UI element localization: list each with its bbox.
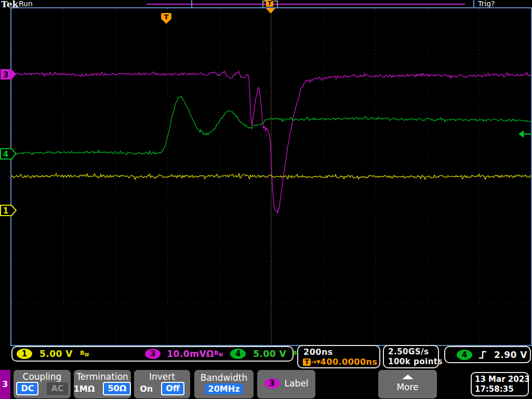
- bandwidth-button[interactable]: Bandwidth 20MHz: [194, 370, 254, 398]
- trigger-source-badge: 4: [457, 350, 472, 360]
- invert-title: Invert: [149, 371, 175, 382]
- acquisition-readout-box: 2.50GS/s 100k points: [383, 345, 439, 368]
- record-view-right-border: [473, 0, 474, 8]
- label-title: Label: [285, 378, 309, 389]
- label-channel-badge: 3: [264, 378, 280, 389]
- sample-rate: 2.50GS/s: [384, 346, 438, 356]
- channel-3-badge: 3: [145, 349, 161, 359]
- channel-readouts-box: 1 5.00 V BW 3 10.0mVΩ BW 4 5.00 V BW: [11, 346, 294, 362]
- trigger-level: 2.90 V: [494, 350, 527, 360]
- label-button[interactable]: 3 Label: [257, 370, 315, 398]
- more-button[interactable]: More: [378, 370, 437, 398]
- invert-on-option[interactable]: On: [140, 384, 153, 394]
- trigger-reference-t-icon[interactable]: T: [161, 12, 172, 25]
- trigger-position-marker-icon[interactable]: [266, 8, 275, 14]
- trigger-delay: 400.0000ns: [321, 357, 378, 367]
- record-view-trigger-t-icon[interactable]: T: [266, 1, 273, 7]
- channel-1-badge: 1: [17, 349, 32, 359]
- termination-button[interactable]: Termination 1MΩ 50Ω: [74, 370, 131, 398]
- trigger-status: Trig?: [478, 0, 495, 8]
- more-title: More: [396, 382, 418, 392]
- termination-title: Termination: [76, 371, 128, 382]
- bandwidth-title: Bandwidth: [201, 373, 248, 383]
- svg-text:4: 4: [3, 150, 8, 159]
- channel-1-bandwidth-limit-icon: BW: [80, 350, 89, 357]
- invert-button[interactable]: Invert On Off: [134, 370, 190, 398]
- channel-3-position-marker[interactable]: 3: [0, 69, 17, 80]
- svg-text:3: 3: [3, 70, 8, 79]
- rising-edge-slope-icon: [477, 350, 488, 360]
- channel-1-position-marker[interactable]: 1: [0, 205, 17, 216]
- timebase-readout-box: 200ns T → ▼ 400.0000ns: [297, 345, 380, 368]
- record-length: 100k points: [384, 356, 438, 366]
- channel-4-position-marker[interactable]: 4: [0, 148, 17, 159]
- channel-3-scale: 10.0mVΩ: [167, 349, 214, 359]
- termination-50ohm-option[interactable]: 50Ω: [103, 382, 131, 395]
- record-view-waveform-bar: [147, 4, 465, 5]
- waveform-display: [11, 8, 531, 345]
- channel-1-scale: 5.00 V: [39, 349, 73, 359]
- coupling-title: Coupling: [23, 371, 62, 382]
- menu-channel-tab[interactable]: 3: [0, 370, 10, 399]
- trigger-t-icon: T: [303, 358, 311, 366]
- time-value: 17:58:35: [475, 384, 528, 394]
- acquisition-status: Run: [19, 0, 33, 8]
- bandwidth-value[interactable]: 20MHz: [205, 383, 243, 394]
- chevron-up-icon: [402, 375, 414, 379]
- oscilloscope-screen: Tek Run T Trig? T 3 4 1 1: [0, 0, 532, 399]
- channel-3-bandwidth-limit-icon: BW: [214, 350, 223, 357]
- triangle-down-icon: ▼: [316, 359, 321, 365]
- trigger-level-arrow-icon[interactable]: [518, 129, 532, 139]
- trigger-readout-box: 4 2.90 V: [444, 346, 531, 363]
- datetime-box: 13 Mar 2023 17:58:35: [471, 372, 529, 396]
- svg-text:T: T: [164, 13, 169, 21]
- svg-text:1: 1: [3, 206, 8, 216]
- coupling-ac-option[interactable]: AC: [47, 382, 68, 395]
- coupling-button[interactable]: Coupling DC AC: [14, 370, 71, 398]
- channel-4-badge: 4: [230, 349, 246, 359]
- record-view-left-border: [191, 0, 192, 8]
- date-value: 13 Mar 2023: [475, 375, 528, 384]
- invert-off-option[interactable]: Off: [161, 382, 184, 395]
- coupling-dc-option[interactable]: DC: [16, 382, 38, 395]
- channel-4-scale: 5.00 V: [253, 349, 286, 359]
- termination-1mohm-option[interactable]: 1MΩ: [74, 384, 95, 394]
- graticule: [10, 7, 532, 346]
- timebase-scale: 200ns: [298, 346, 379, 357]
- arrow-right-icon: →: [311, 358, 316, 366]
